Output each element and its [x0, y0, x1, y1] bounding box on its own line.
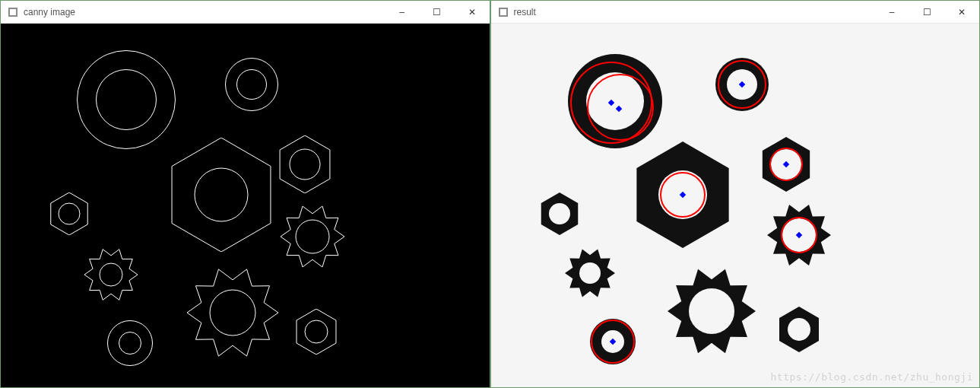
maximize-button[interactable]: ☐ — [420, 1, 455, 24]
maximize-button[interactable]: ☐ — [909, 1, 944, 24]
canny-hex-outline — [164, 138, 278, 252]
svg-point-2 — [59, 203, 80, 224]
svg-rect-10 — [500, 9, 506, 15]
part-gear — [668, 267, 756, 355]
svg-point-11 — [549, 203, 570, 224]
canny-gear-outline — [281, 205, 344, 269]
svg-point-17 — [788, 318, 810, 341]
svg-point-16 — [689, 288, 734, 334]
window-title: canny image — [24, 7, 75, 17]
app-icon — [497, 6, 509, 18]
svg-point-5 — [296, 220, 329, 253]
canny-ring-inner-outline — [96, 69, 157, 130]
svg-point-3 — [195, 168, 248, 221]
svg-point-6 — [100, 263, 122, 286]
result-canvas: https://blog.csdn.net/zhu_hongji — [491, 24, 980, 387]
canny-canvas — [1, 24, 490, 387]
canny-ring-inner-outline — [236, 69, 267, 100]
svg-point-4 — [290, 149, 320, 180]
canny-hex-outline — [276, 135, 334, 193]
titlebar-canny[interactable]: canny image – ☐ ✕ — [1, 1, 490, 24]
window-title: result — [514, 7, 536, 17]
watermark-text: https://blog.csdn.net/zhu_hongji — [771, 371, 973, 383]
canny-gear-outline — [187, 267, 278, 358]
close-button[interactable]: ✕ — [944, 1, 979, 24]
svg-point-15 — [579, 262, 601, 284]
svg-point-8 — [305, 320, 328, 343]
canny-gear-outline — [84, 248, 138, 301]
part-hex-nut — [538, 192, 581, 235]
minimize-button[interactable]: – — [874, 1, 909, 24]
part-gear — [565, 248, 615, 298]
canny-hex-outline — [293, 309, 339, 355]
canny-hex-outline — [48, 192, 90, 235]
svg-rect-1 — [10, 9, 16, 15]
window-canny: canny image – ☐ ✕ — [0, 0, 490, 388]
close-button[interactable]: ✕ — [455, 1, 490, 24]
app-icon — [7, 6, 19, 18]
minimize-button[interactable]: – — [385, 1, 420, 24]
window-result: result – ☐ ✕ https://blog.csdn.net/zhu_h… — [490, 0, 981, 388]
svg-point-7 — [210, 290, 255, 336]
part-hex-nut — [776, 307, 822, 352]
titlebar-result[interactable]: result – ☐ ✕ — [491, 1, 980, 24]
canny-ring-inner-outline — [119, 332, 141, 355]
